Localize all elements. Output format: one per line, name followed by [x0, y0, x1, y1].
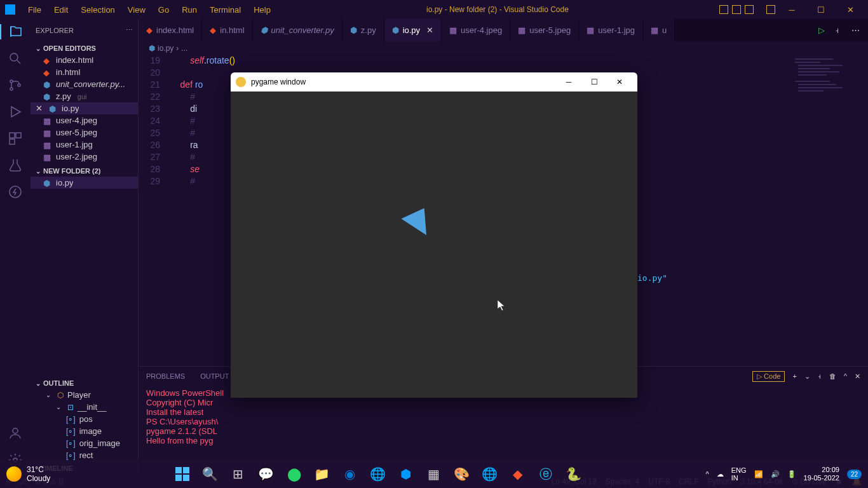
menu-edit[interactable]: Edit — [49, 3, 73, 17]
pygame-title: pygame window — [251, 78, 556, 86]
layout-icon[interactable] — [745, 5, 754, 14]
new-terminal-icon[interactable]: + — [792, 372, 796, 380]
close-panel-icon[interactable]: ✕ — [855, 372, 860, 381]
search-icon[interactable] — [8, 51, 23, 66]
section-outline[interactable]: ⌄OUTLINE — [31, 377, 138, 389]
battery-icon[interactable]: 🔋 — [787, 470, 796, 478]
wifi-icon[interactable]: 📶 — [754, 470, 763, 478]
panel-tab-problems[interactable]: PROBLEMS — [146, 372, 185, 380]
open-editor-item[interactable]: ▦user-4.jpeg — [31, 114, 138, 126]
explorer-icon[interactable]: 📁 — [310, 462, 334, 486]
tray-chevron-icon[interactable]: ^ — [706, 470, 709, 478]
open-editor-item[interactable]: ◆in.html — [31, 66, 138, 78]
task-view-icon[interactable]: ⊞ — [226, 462, 250, 486]
open-editor-item[interactable]: ◆index.html — [31, 54, 138, 66]
search-icon[interactable]: 🔍 — [198, 462, 222, 486]
edge-icon[interactable]: ◉ — [338, 462, 362, 486]
open-editor-item[interactable]: ⬢unit_converter.py... — [31, 78, 138, 90]
editor-tab[interactable]: ⬢io.py✕ — [384, 19, 442, 41]
open-editor-item[interactable]: ▦user-5.jpeg — [31, 126, 138, 139]
menu-file[interactable]: File — [23, 3, 46, 17]
terminal-profile[interactable]: ▷ Code — [752, 371, 785, 382]
account-icon[interactable] — [8, 426, 23, 441]
ie-icon[interactable]: ⓔ — [534, 462, 558, 486]
section-open-editors[interactable]: ⌄OPEN EDITORS — [31, 43, 138, 54]
chrome-icon[interactable]: 🌐 — [366, 462, 390, 486]
maximize-button[interactable]: ☐ — [808, 1, 834, 18]
thunder-icon[interactable] — [8, 184, 23, 200]
chrome-canary-icon[interactable]: 🌐 — [478, 462, 502, 486]
teams-icon[interactable]: 💬 — [254, 462, 278, 486]
volume-icon[interactable]: 🔊 — [771, 470, 780, 478]
outline-item[interactable]: [∘]pos — [31, 413, 138, 425]
split-icon[interactable]: ⫞ — [835, 25, 845, 36]
outline-item[interactable]: ⌄⊡__init__ — [31, 401, 138, 413]
trash-icon[interactable]: 🗑 — [829, 372, 836, 380]
editor-tab[interactable]: ▦user-4.jpeg — [442, 19, 510, 41]
menu-run[interactable]: Run — [177, 3, 202, 17]
section-folder[interactable]: ⌄NEW FOLDER (2) — [31, 165, 138, 177]
whatsapp-icon[interactable]: ⬤ — [282, 462, 306, 486]
folder-file-item[interactable]: ⬢io.py — [31, 177, 138, 189]
source-control-icon[interactable] — [8, 78, 23, 93]
menu-selection[interactable]: Selection — [76, 3, 119, 17]
svg-point-0 — [10, 53, 18, 61]
testing-icon[interactable] — [8, 158, 23, 173]
notification-badge[interactable]: 22 — [847, 470, 862, 479]
outline-item[interactable]: [∘]orig_image — [31, 437, 138, 449]
open-editor-item[interactable]: ▦user-2.jpeg — [31, 151, 138, 163]
editor-tab[interactable]: ▦user-1.jpg — [579, 19, 643, 41]
pygame-close-button[interactable]: ✕ — [607, 73, 632, 91]
editor-tab[interactable]: ◆in.html — [202, 19, 252, 41]
start-icon[interactable] — [170, 462, 194, 486]
onedrive-icon[interactable]: ☁ — [717, 470, 724, 478]
svg-rect-6 — [10, 139, 15, 144]
breadcrumb[interactable]: ⬢ io.py › ... — [139, 41, 868, 55]
close-icon[interactable]: ✕ — [426, 25, 433, 35]
minimap[interactable] — [792, 55, 868, 182]
editor-tab[interactable]: ⬢unit_converter.py — [253, 19, 342, 41]
run-icon[interactable]: ▷ — [818, 25, 829, 36]
minimize-button[interactable]: ─ — [779, 1, 804, 18]
outline-item[interactable]: ⌄⬡Player — [31, 389, 138, 401]
open-editor-item[interactable]: ✕⬢io.py — [31, 102, 138, 114]
close-button[interactable]: ✕ — [837, 1, 863, 18]
run-debug-icon[interactable] — [8, 104, 23, 119]
app-icon[interactable]: ▦ — [422, 462, 446, 486]
clock[interactable]: 20:09 19-05-2022 — [804, 466, 839, 482]
editor-tab[interactable]: ▦u — [643, 19, 675, 41]
menu-help[interactable]: Help — [248, 3, 276, 17]
layout-icon[interactable] — [732, 5, 741, 14]
pygame-minimize-button[interactable]: ─ — [556, 73, 581, 91]
menu-go[interactable]: Go — [153, 3, 174, 17]
customize-layout-icon[interactable] — [766, 5, 775, 14]
editor-tab[interactable]: ⬢z.py — [342, 19, 384, 41]
weather-widget[interactable]: 31°C Cloudy — [6, 465, 50, 483]
editor-tab[interactable]: ▦user-5.jpeg — [510, 19, 579, 41]
pygame-canvas[interactable] — [231, 92, 637, 398]
split-terminal-icon[interactable]: ⫞ — [818, 372, 822, 380]
open-editor-item[interactable]: ⬢z.pygui — [31, 90, 138, 102]
more-icon[interactable]: ⋯ — [126, 26, 133, 34]
layout-icon[interactable] — [719, 5, 728, 14]
menu-view[interactable]: View — [123, 3, 151, 17]
open-editor-item[interactable]: ▦user-1.jpg — [31, 139, 138, 151]
vscode-icon[interactable]: ⬢ — [394, 462, 418, 486]
brave-icon[interactable]: ◆ — [506, 462, 530, 486]
explorer-icon[interactable] — [0, 24, 31, 39]
more-icon[interactable]: ⋯ — [851, 25, 862, 36]
pygame-maximize-button[interactable]: ☐ — [581, 73, 607, 91]
outline-item[interactable]: [∘]image — [31, 425, 138, 437]
extensions-icon[interactable] — [8, 131, 23, 146]
maximize-panel-icon[interactable]: ^ — [844, 372, 847, 380]
language-indicator[interactable]: ENG IN — [731, 466, 747, 482]
close-icon[interactable]: ✕ — [36, 104, 43, 113]
pygame-titlebar[interactable]: pygame window ─ ☐ ✕ — [231, 72, 637, 92]
menu-terminal[interactable]: Terminal — [205, 3, 246, 17]
chevron-down-icon[interactable]: ⌄ — [804, 372, 810, 381]
vscode-logo-icon — [5, 4, 15, 15]
editor-tab[interactable]: ◆index.html — [139, 19, 202, 41]
panel-tab-output[interactable]: OUTPUT — [200, 372, 229, 380]
paint-icon[interactable]: 🎨 — [450, 462, 474, 486]
python-icon[interactable]: 🐍 — [562, 462, 586, 486]
